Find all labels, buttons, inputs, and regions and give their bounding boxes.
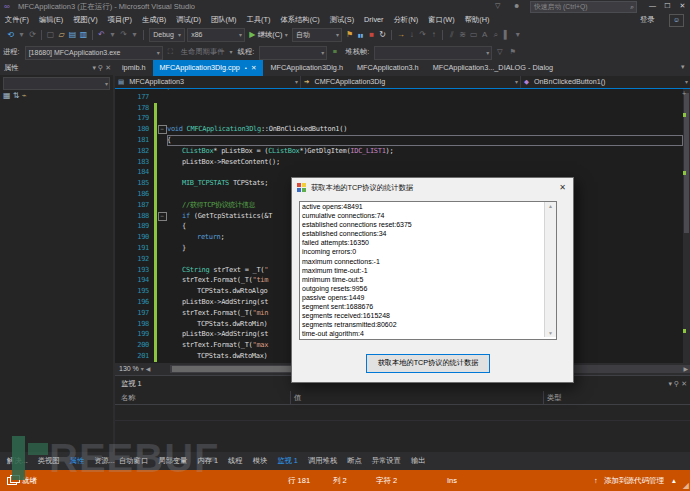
save-all-icon[interactable]: ▥ — [78, 26, 89, 44]
find-icon[interactable]: ⌕ — [490, 26, 501, 44]
scroll-left-icon[interactable]: ◀ — [146, 366, 151, 372]
tab-MFCApplication3.h[interactable]: MFCApplication3.h — [350, 60, 426, 76]
editor-splitter-icon[interactable]: + — [682, 90, 686, 97]
bookmark-icon[interactable]: ▌ — [501, 26, 512, 44]
column-value[interactable]: 值 — [294, 391, 301, 404]
class-dropdown[interactable]: ➔ CMFCApplication3Dlg▾ — [301, 76, 521, 88]
configuration-dropdown[interactable]: Debug▾ — [149, 28, 185, 42]
dialog-close-icon[interactable]: ✕ — [559, 178, 566, 197]
undo-icon[interactable]: ↶ — [96, 26, 107, 44]
close-icon[interactable]: ✕ — [681, 380, 687, 387]
nav-forward-icon[interactable]: ⟳ — [27, 26, 38, 44]
save-icon[interactable]: ▤ — [67, 26, 78, 44]
panel-tab-监视 1[interactable]: 监视 1 — [272, 452, 303, 470]
code-line-178[interactable]: 178 — [115, 103, 683, 114]
tab-MFCApplication3Dlg.cpp[interactable]: MFCApplication3Dlg.cpp•✕ — [153, 60, 264, 76]
nav-back-icon[interactable]: ⟲ — [5, 26, 16, 44]
menu-item-测试(S)[interactable]: 测试(S) — [325, 13, 359, 26]
fold-margin[interactable]: − — [157, 211, 167, 222]
nav-back-dropdown-icon[interactable]: ▾ — [16, 26, 27, 44]
redo-icon[interactable]: ↷ — [118, 26, 129, 44]
close-button[interactable]: ✕ — [676, 0, 689, 11]
step-into-icon[interactable]: ↓ — [406, 26, 417, 44]
properties-panel-header[interactable]: 属性 ▾ ⚲ ✕ — [0, 60, 113, 75]
diagnostics-icon[interactable]: ⫽ — [446, 26, 457, 44]
menu-item-体系结构(C)[interactable]: 体系结构(C) — [275, 13, 324, 26]
panel-tab-异常设置[interactable]: 异常设置 — [367, 452, 406, 470]
dropdown-icon[interactable]: ▾ — [669, 380, 673, 387]
filter-funnel-icon[interactable]: ▽ — [494, 44, 505, 60]
tab-ipmib.h[interactable]: ipmib.h — [115, 60, 153, 76]
panel-tab-属性[interactable]: 属性 — [65, 452, 90, 470]
panel-tab-模块[interactable]: 模块 — [248, 452, 273, 470]
code-line-179[interactable]: 179 — [115, 113, 683, 124]
dropdown-icon[interactable]: ▾ — [93, 64, 97, 71]
panel-tab-解决...[interactable]: 解决... — [2, 452, 33, 470]
close-icon[interactable]: ✕ — [105, 64, 111, 71]
feedback-icon[interactable]: ☻ — [513, 2, 520, 9]
code-line-181[interactable]: 181{ — [115, 135, 683, 146]
breakpoint-window-icon[interactable]: ▭ — [468, 26, 479, 44]
lifecycle-label[interactable]: 生命周期事件 — [181, 47, 225, 56]
maximize-button[interactable]: ☐ — [661, 0, 674, 11]
column-name[interactable]: 名称 — [121, 391, 135, 404]
open-folder-icon[interactable]: ▱ — [56, 26, 67, 44]
stackframe-dropdown[interactable]: ▾ — [374, 46, 492, 60]
menu-item-窗口(W)[interactable]: 窗口(W) — [423, 13, 459, 26]
menu-item-Driver[interactable]: Driver — [359, 13, 388, 26]
tcp-stats-listbox[interactable]: active opens:48491cumulative connections… — [299, 201, 557, 340]
menu-item-调试(D)[interactable]: 调试(D) — [171, 13, 206, 26]
pin-icon[interactable]: ⚲ — [98, 64, 103, 71]
panel-tab-类视图[interactable]: 类视图 — [33, 452, 65, 470]
menu-item-文件(F)[interactable]: 文件(F) — [0, 13, 34, 26]
pin-icon[interactable]: ⚲ — [674, 380, 679, 387]
process-dropdown[interactable]: [18680] MFCApplication3.exe▾ — [25, 46, 163, 60]
more-dropdown-icon[interactable]: ▾ — [512, 26, 523, 44]
stop-icon[interactable]: ■ — [366, 26, 377, 44]
listbox-scrollbar[interactable]: ▲ ▼ — [544, 202, 556, 337]
watch-empty-row[interactable] — [115, 420, 690, 421]
panel-tab-输出[interactable]: 输出 — [406, 452, 431, 470]
collapse-icon[interactable]: − — [158, 125, 167, 134]
sign-in-button[interactable]: 登录 — [636, 13, 659, 26]
solution-flag-icon[interactable]: ⚑ — [344, 26, 355, 44]
code-line-180[interactable]: 180−void CMFCApplication3Dlg::OnBnClicke… — [115, 124, 683, 135]
add-to-source-control-button[interactable]: 添加到源代码管理 — [604, 470, 664, 491]
step-over-icon[interactable]: ↷ — [417, 26, 428, 44]
continue-button[interactable]: ▶ 继续(C) ▾ — [249, 26, 287, 44]
get-tcp-stats-button[interactable]: 获取本地的TCP协议的统计数据 — [366, 354, 490, 373]
collapse-icon[interactable]: − — [158, 212, 167, 221]
redo-dropdown-icon[interactable]: ▾ — [129, 26, 140, 44]
menu-item-帮助(H)[interactable]: 帮助(H) — [460, 13, 495, 26]
menu-item-分析(N)[interactable]: 分析(N) — [389, 13, 424, 26]
restart-icon[interactable]: ↻ — [377, 26, 388, 44]
quick-launch-input[interactable]: 快速启动 (Ctrl+Q) ⌕ — [530, 1, 637, 13]
notifications-flag-icon[interactable]: ▽ — [495, 2, 500, 10]
step-out-icon[interactable]: ↑ — [428, 26, 439, 44]
project-dropdown[interactable]: ▤ MFCApplication3▾ — [115, 76, 301, 88]
dialog-title-bar[interactable]: 获取本地的TCP协议的统计数据 ✕ — [292, 178, 573, 197]
panel-tab-调用堆栈[interactable]: 调用堆栈 — [303, 452, 342, 470]
undo-dropdown-icon[interactable]: ▾ — [107, 26, 118, 44]
platform-dropdown[interactable]: x86▾ — [187, 28, 245, 42]
menu-item-项目(P)[interactable]: 项目(P) — [103, 13, 137, 26]
panel-tab-内存 1[interactable]: 内存 1 — [192, 452, 223, 470]
menu-item-工具(T)[interactable]: 工具(T) — [242, 13, 276, 26]
font-icon[interactable]: A — [479, 26, 490, 44]
fold-margin[interactable]: − — [157, 124, 167, 135]
scroll-right-icon[interactable]: ▶ — [683, 363, 688, 375]
panel-tab-局部变量[interactable]: 局部变量 — [153, 452, 192, 470]
properties-object-dropdown[interactable]: ▾ — [3, 77, 110, 90]
column-type[interactable]: 类型 — [547, 391, 561, 404]
attach-dropdown[interactable]: 自动▾ — [292, 28, 342, 42]
menu-item-编辑(E)[interactable]: 编辑(E) — [34, 13, 68, 26]
zoom-level-dropdown[interactable]: 130 % — [119, 365, 139, 372]
minimize-button[interactable]: — — [646, 0, 659, 11]
source-control-dropdown-icon[interactable]: ▴ — [672, 470, 676, 491]
categorized-icon[interactable]: ▦ — [3, 91, 11, 100]
panel-tab-自动窗口[interactable]: 自动窗口 — [114, 452, 153, 470]
code-line-183[interactable]: 183pListBox->ResetContent(); — [115, 157, 683, 168]
tab-overflow-icon[interactable]: ▾ — [681, 63, 685, 71]
code-line-182[interactable]: 182CListBox* pListBox = (CListBox*)GetDl… — [115, 146, 683, 157]
tab-MFCApplication3Dlg.h[interactable]: MFCApplication3Dlg.h — [263, 60, 350, 76]
